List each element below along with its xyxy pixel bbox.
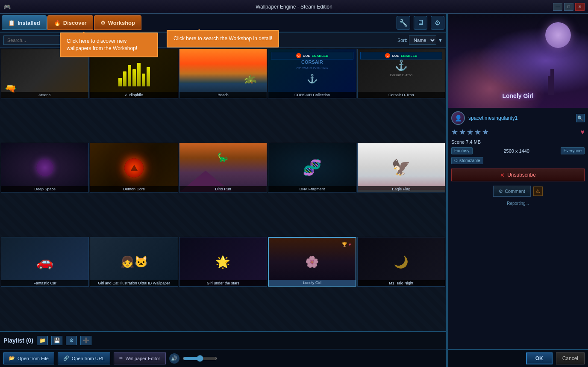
author-name[interactable]: spacetimesingularity1	[468, 115, 573, 121]
gear-icon: ⚙	[435, 19, 441, 27]
tooltip-workshop-text: Click here to search the Workshop in det…	[173, 36, 272, 41]
monitor-button[interactable]: 🖥	[414, 16, 427, 30]
warning-button[interactable]: ⚠	[533, 186, 543, 196]
title-bar: 🎮 Wallpaper Engine - Steam Edition — □ ✕	[0, 0, 588, 14]
window-title: Wallpaper Engine - Steam Edition	[256, 4, 332, 10]
wallpaper-item-corsair2[interactable]: C CUE ENABLED ⚓ Corsair O-Tron Corsair O…	[357, 49, 445, 98]
unsubscribe-label: Unsubscribe	[507, 172, 536, 178]
stars-row: ★ ★ ★ ★ ★ ♥	[451, 127, 585, 137]
star-3[interactable]: ★	[467, 127, 473, 137]
wallpaper-label-audiophile: Audiophile	[90, 92, 177, 98]
wallpaper-label-fantasticcar: Fantastic Car	[1, 280, 88, 286]
settings-button[interactable]: ⚙	[431, 16, 444, 30]
window-controls: — □ ✕	[553, 3, 585, 11]
discover-icon: 🔥	[54, 20, 61, 26]
scene-info: Scene 7.4 MB	[451, 139, 481, 145]
preview-title: Lonely Girl	[502, 92, 533, 99]
tab-workshop[interactable]: ⚙ Workshop	[94, 15, 141, 30]
reporting-label: Reporting...	[451, 201, 585, 206]
workshop-icon: ⚙	[100, 20, 106, 26]
tooltip-workshop: Click here to search the Workshop in det…	[167, 30, 279, 47]
wallpaper-label-girlandcat: Girl and Cat Illustration UltraHD Wallpa…	[90, 280, 177, 286]
tooltip-discover-text: Click here to discover new wallpapers fr…	[67, 38, 137, 51]
open-from-url-button[interactable]: 🔗 Open from URL	[58, 352, 110, 364]
playlist-add-button[interactable]: ➕	[80, 336, 91, 345]
installed-icon: 📋	[8, 20, 15, 26]
wallpaper-item-beach[interactable]: 🌴 Beach	[179, 49, 267, 98]
wallpaper-label-deepspace: Deep Space	[1, 186, 88, 192]
preview-moon	[545, 22, 571, 48]
preview-tower-2	[548, 76, 550, 95]
wallpaper-item-fantasticcar[interactable]: 🚗 Fantastic Car	[1, 237, 89, 287]
left-panel: 📋 Installed 🔥 Discover ⚙ Workshop 🔧 🖥 ⚙	[0, 14, 447, 367]
wallpaper-item-corsair1[interactable]: C CUE ENABLED CORSAIR CORSAIR Collection…	[268, 49, 356, 98]
tab-discover[interactable]: 🔥 Discover	[47, 15, 93, 30]
unsubscribe-x-icon: ✕	[500, 172, 505, 178]
editor-icon: ✏	[119, 355, 123, 361]
wallpaper-item-deepspace[interactable]: Deep Space	[1, 143, 89, 192]
minimize-button[interactable]: —	[553, 3, 562, 11]
wallpaper-label-dinorun: Dino Run	[179, 186, 267, 192]
right-bottom-bar: OK Cancel	[448, 349, 588, 367]
open-url-label: Open from URL	[72, 356, 105, 361]
tools-button[interactable]: 🔧	[397, 16, 410, 30]
window-icon: 🎮	[3, 3, 11, 10]
bottom-bar: 📂 Open from File 🔗 Open from URL ✏ Wallp…	[0, 349, 446, 367]
unsubscribe-button[interactable]: ✕ Unsubscribe	[451, 169, 585, 181]
wallpaper-item-demoncore[interactable]: Demon Core	[90, 143, 178, 192]
close-button[interactable]: ✕	[575, 3, 585, 11]
comment-button[interactable]: ⚙ Comment	[493, 186, 531, 197]
discover-label: Discover	[63, 20, 87, 26]
cue-logo-icon-2: C	[385, 53, 390, 58]
playlist-label: Playlist (0)	[3, 337, 33, 344]
wallpaper-label-corsair2: Corsair O-Tron	[358, 92, 445, 98]
brightness-slider[interactable]	[183, 355, 217, 362]
wallpaper-item-lonelygirl[interactable]: 🏆 ♥ 🌸 Lonely Girl	[268, 237, 356, 287]
wallpaper-label-eagle: Eagle Flag	[358, 186, 445, 192]
playlist-settings-button[interactable]: ⚙	[66, 336, 77, 345]
main-container: 📋 Installed 🔥 Discover ⚙ Workshop 🔧 🖥 ⚙	[0, 14, 588, 367]
open-from-file-button[interactable]: 📂 Open from File	[3, 352, 54, 364]
wallpaper-editor-label: Wallpaper Editor	[126, 356, 160, 361]
sort-select[interactable]: Name	[409, 36, 436, 45]
ok-button[interactable]: OK	[526, 352, 553, 364]
wallpaper-label-lonelygirl: Lonely Girl	[269, 280, 355, 286]
search-author-button[interactable]: 🔍	[576, 114, 585, 122]
wallpaper-label-beach: Beach	[179, 92, 267, 98]
favorite-button[interactable]: ♥	[581, 128, 585, 136]
tooltip-discover: Click here to discover new wallpapers fr…	[60, 33, 158, 57]
wallpaper-label-demoncore: Demon Core	[90, 186, 177, 192]
resolution-value: 2560 x 1440	[503, 148, 529, 154]
installed-label: Installed	[18, 20, 40, 26]
maximize-button[interactable]: □	[564, 3, 573, 11]
wallpaper-item-dinorun[interactable]: 🦕 Dino Run	[179, 143, 267, 192]
wallpaper-item-dna[interactable]: 🧬 DNA Fragment	[268, 143, 356, 192]
right-panel: Lonely Girl 👤 spacetimesingularity1 🔍 ★ …	[447, 14, 588, 367]
wallpaper-item-halonight[interactable]: 🌙 M1 Halo Night	[357, 237, 445, 287]
wallpaper-label-girlstars: Girl under the stars	[179, 280, 267, 286]
wallpaper-label-corsair1: CORSAIR Collection	[268, 92, 356, 98]
star-4[interactable]: ★	[474, 127, 481, 137]
right-info: 👤 spacetimesingularity1 🔍 ★ ★ ★ ★ ★ ♥ Sc…	[448, 108, 588, 349]
tab-installed[interactable]: 📋 Installed	[2, 15, 47, 30]
wallpaper-item-eagle[interactable]: 🦅 Eagle Flag	[357, 143, 445, 192]
playlist-folder-button[interactable]: 📁	[37, 336, 48, 345]
star-5[interactable]: ★	[482, 127, 489, 137]
volume-button[interactable]: 🔊	[169, 353, 179, 364]
wallpaper-item-girlstars[interactable]: 🌟 Girl under the stars	[179, 237, 267, 287]
star-1[interactable]: ★	[451, 127, 458, 137]
wallpaper-editor-button[interactable]: ✏ Wallpaper Editor	[114, 352, 166, 364]
star-2[interactable]: ★	[459, 127, 466, 137]
url-icon: 🔗	[63, 355, 69, 361]
cancel-button[interactable]: Cancel	[556, 352, 585, 364]
scene-info-row: Scene 7.4 MB	[451, 139, 585, 145]
sort-label: Sort:	[397, 38, 407, 43]
wallpaper-item-girlandcat[interactable]: 👧🐱 Girl and Cat Illustration UltraHD Wal…	[90, 237, 178, 287]
tag-customizable: Customizable	[451, 157, 483, 164]
playlist-save-button[interactable]: 💾	[51, 336, 62, 345]
wallpaper-label-dna: DNA Fragment	[268, 186, 356, 192]
monitor-icon: 🖥	[417, 19, 424, 27]
folder-icon: 📂	[9, 355, 15, 361]
resolution-row: Fantasy 2560 x 1440 Everyone	[451, 147, 585, 154]
header-icons: 🔧 🖥 ⚙	[397, 16, 444, 30]
